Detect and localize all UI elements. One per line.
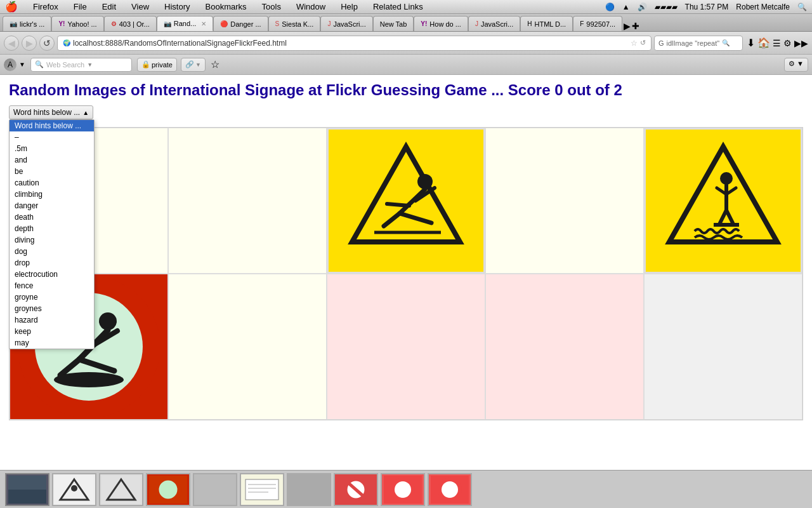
bookmark-star-icon[interactable]: ☆ [631, 39, 638, 48]
thumbnail-3[interactable] [99, 473, 143, 506]
tab-403[interactable]: ⚙ 403 | Or... [104, 16, 157, 31]
menu-bookmarks[interactable]: Bookmarks [203, 2, 249, 11]
dropdown-item-4[interactable]: be [10, 166, 94, 177]
downloads-icon[interactable]: ⬇ [747, 37, 755, 49]
grid-cell-8[interactable] [327, 274, 485, 420]
dropdown-item-17[interactable]: hazard [10, 314, 94, 326]
dropdown-item-19[interactable]: may [10, 337, 94, 349]
grid-cell-3[interactable] [327, 128, 485, 274]
grid-cell-9[interactable] [485, 274, 644, 420]
tab-htmld[interactable]: H HTML D... [520, 16, 573, 31]
link-icon: 🔗 [185, 60, 194, 69]
svg-rect-15 [714, 223, 739, 227]
refresh-icon[interactable]: ↺ [640, 39, 646, 47]
dropdown-item-10[interactable]: diving [10, 234, 94, 246]
tab-howdo[interactable]: Y! How do ... [414, 16, 468, 31]
grid-cell-2[interactable] [168, 128, 327, 274]
word-hints-dropdown[interactable]: Word hints below ... ▲ [9, 105, 93, 119]
thumbnail-2[interactable] [52, 473, 96, 506]
address-bar[interactable]: 🌍 localhost:8888/RandomsOfInternationalS… [57, 36, 652, 51]
tabs-overflow-right[interactable]: ▶ [624, 21, 631, 31]
svg-point-30 [71, 485, 77, 491]
forward-nav-icon[interactable]: ▶▶ [794, 38, 808, 48]
tab-yahoo[interactable]: Y! Yahoo! ... [51, 16, 103, 31]
search-submit-icon[interactable]: 🔍 [722, 39, 730, 46]
toolbar-search-input[interactable]: 🔍 Web Search ▼ [30, 58, 132, 72]
dropdown-list[interactable]: Word hints below ... – .5m and be cautio… [9, 119, 95, 349]
thumbnail-1[interactable] [5, 473, 49, 506]
tab-favicon: F [580, 20, 584, 27]
reload-button[interactable]: ↺ [39, 36, 55, 51]
thumb7-image [290, 476, 328, 504]
thumbnail-4[interactable] [146, 473, 190, 506]
link-dropdown-icon[interactable]: ▼ [195, 62, 201, 68]
dropdown-item-2[interactable]: .5m [10, 143, 94, 154]
dropdown-item-11[interactable]: dog [10, 246, 94, 257]
dropdown-item-8[interactable]: death [10, 211, 94, 223]
dropdown-item-6[interactable]: climbing [10, 189, 94, 200]
thumbnail-7[interactable] [287, 473, 331, 506]
dropdown-item-15[interactable]: groyne [10, 291, 94, 303]
view-icon[interactable]: ☰ [773, 38, 781, 48]
menu-view[interactable]: View [129, 2, 152, 11]
new-tab-button[interactable]: ✚ [632, 21, 639, 31]
thumbnail-10[interactable] [428, 473, 472, 506]
private-button[interactable]: 🔒 private [137, 58, 177, 72]
link-button[interactable]: 🔗 ▼ [181, 58, 206, 72]
menu-related-links[interactable]: Related Links [370, 2, 426, 11]
back-button[interactable]: ◀ [4, 36, 19, 51]
menu-edit[interactable]: Edit [100, 2, 119, 11]
tab-label: Rand... [174, 20, 196, 27]
volume-icon: 🔊 [638, 3, 647, 11]
toolbar-search-dropdown[interactable]: ▼ [87, 62, 93, 68]
bookmarks-icon[interactable]: ☆ [211, 58, 219, 70]
tab-992507[interactable]: F 992507... [573, 16, 622, 31]
dropdown-item-5[interactable]: caution [10, 177, 94, 189]
apple-menu[interactable]: 🍎 [5, 1, 18, 13]
thumbnail-8[interactable] [334, 473, 378, 506]
thumbnail-9[interactable] [381, 473, 425, 506]
nav-search-field[interactable]: G idlImage "repeat" 🔍 [654, 36, 743, 51]
menu-help[interactable]: Help [338, 2, 360, 11]
forward-button[interactable]: ▶ [22, 36, 37, 51]
dropdown-item-0[interactable]: Word hints below ... [10, 120, 94, 131]
menu-firefox[interactable]: Firefox [30, 2, 61, 11]
tab-newtab[interactable]: New Tab [373, 16, 414, 31]
dropdown-item-14[interactable]: fence [10, 280, 94, 291]
dropdown-item-18[interactable]: keep [10, 326, 94, 337]
home-icon[interactable]: 🏠 [757, 37, 770, 49]
grid-cell-7[interactable] [168, 274, 327, 420]
thumbnail-6[interactable] [240, 473, 284, 506]
dropdown-item-12[interactable]: drop [10, 257, 94, 269]
settings-icon[interactable]: ⚙ [783, 38, 792, 48]
grid-cell-10[interactable] [644, 274, 802, 420]
thumb9-image [384, 476, 422, 504]
menu-history[interactable]: History [162, 2, 192, 11]
thumb10-image [431, 476, 469, 504]
grid-cell-4[interactable] [485, 128, 644, 274]
dropdown-item-9[interactable]: depth [10, 223, 94, 234]
tab-siesta[interactable]: S Siesta K... [268, 16, 321, 31]
tab-danger[interactable]: 🔴 Danger ... [213, 16, 268, 31]
tab-close-icon[interactable]: ✕ [201, 20, 206, 27]
menu-window[interactable]: Window [294, 2, 328, 11]
thumb6-image [243, 476, 281, 504]
dropdown-item-7[interactable]: danger [10, 200, 94, 211]
spotlight-icon[interactable]: 🔍 [797, 3, 807, 11]
tab-javascript1[interactable]: J JavaScri... [320, 16, 372, 31]
menu-file[interactable]: File [71, 2, 89, 11]
dropdown-item-3[interactable]: and [10, 154, 94, 166]
svg-point-47 [393, 479, 413, 500]
dropdown-item-13[interactable]: electrocution [10, 269, 94, 280]
grid-cell-5[interactable] [644, 128, 802, 274]
dropdown-container[interactable]: Word hints below ... ▲ Word hints below … [9, 105, 93, 119]
thumbnail-5[interactable] [193, 473, 237, 506]
dropdown-item-1[interactable]: – [10, 131, 94, 143]
dropdown-arrow-icon[interactable]: ▼ [19, 61, 25, 68]
tab-javascript2[interactable]: J JavaScri... [468, 16, 520, 31]
tab-rand[interactable]: 📷 Rand... ✕ [157, 16, 213, 31]
menu-tools[interactable]: Tools [259, 2, 284, 11]
tab-flickr[interactable]: 📷 lickr's ... [3, 16, 51, 31]
dropdown-item-16[interactable]: groynes [10, 303, 94, 314]
settings-dropdown-button[interactable]: ⚙ ▼ [784, 58, 808, 72]
